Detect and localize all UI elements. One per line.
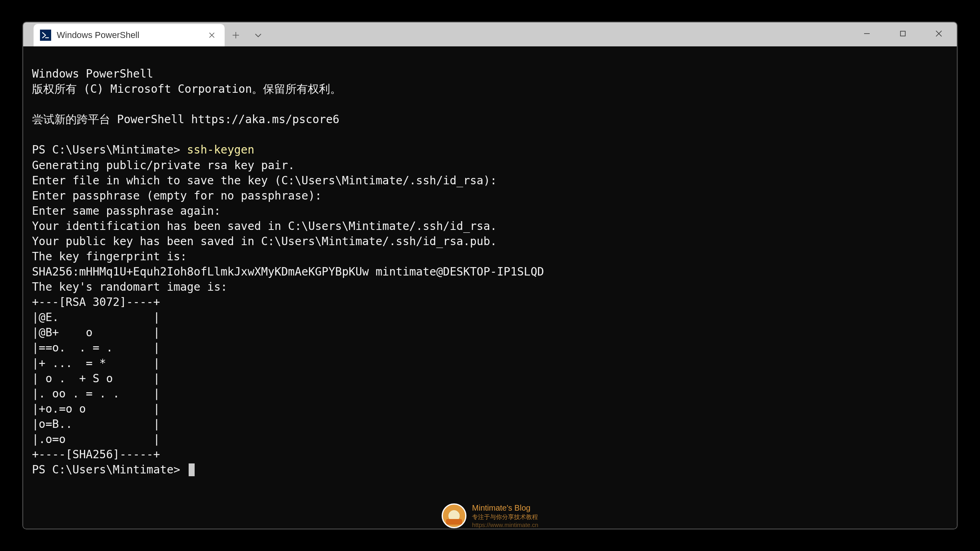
output-line: Enter passphrase (empty for no passphras… (32, 189, 322, 202)
watermark-subtitle: 专注于与你分享技术教程 (472, 513, 538, 521)
tab-dropdown-button[interactable] (247, 24, 269, 46)
watermark-text: Mintimate's Blog 专注于与你分享技术教程 https://www… (472, 503, 538, 529)
terminal-header-3: 尝试新的跨平台 PowerShell https://aka.ms/pscore… (32, 113, 339, 126)
maximize-button[interactable] (885, 22, 921, 45)
output-line: |@E. | (32, 311, 160, 324)
close-tab-icon[interactable] (205, 29, 218, 42)
new-tab-button[interactable] (225, 24, 247, 46)
tab-title: Windows PowerShell (57, 30, 205, 40)
cursor (189, 463, 195, 476)
watermark-avatar-icon (442, 503, 466, 528)
output-line: SHA256:mHHMq1U+Equh2Ioh8ofLlmkJxwXMyKDmA… (32, 265, 544, 278)
output-line: Your identification has been saved in C:… (32, 220, 497, 233)
output-line: |+ ... = * | (32, 357, 160, 370)
output-line: |. oo . = . . | (32, 387, 160, 400)
titlebar: Windows PowerShell (23, 22, 957, 46)
output-line: |==o. . = . | (32, 341, 160, 354)
terminal-content[interactable]: Windows PowerShell 版权所有 (C) Microsoft Co… (23, 46, 957, 529)
terminal-window: Windows PowerShell (22, 22, 958, 529)
output-line: +---[RSA 3072]----+ (32, 295, 160, 309)
output-line: |@B+ o | (32, 326, 160, 339)
prompt-command-1: ssh-keygen (187, 143, 255, 156)
watermark: Mintimate's Blog 专注于与你分享技术教程 https://www… (442, 503, 538, 529)
output-line: |+o.=o o | (32, 402, 160, 415)
output-line: |o=B.. | (32, 417, 160, 431)
output-line: Generating public/private rsa key pair. (32, 159, 295, 172)
tab-powershell[interactable]: Windows PowerShell (34, 24, 225, 46)
output-line: Enter same passphrase again: (32, 204, 221, 218)
close-window-button[interactable] (921, 22, 957, 45)
output-line: The key's randomart image is: (32, 280, 227, 293)
watermark-title: Mintimate's Blog (472, 503, 538, 513)
terminal-header-1: Windows PowerShell (32, 67, 153, 80)
output-line: +----[SHA256]-----+ (32, 448, 160, 461)
prompt-prefix-1: PS C:\Users\Mintimate> (32, 143, 187, 156)
output-line: Enter file in which to save the key (C:\… (32, 174, 497, 187)
window-controls (849, 22, 957, 45)
powershell-icon (40, 30, 51, 41)
output-line: |.o=o | (32, 433, 160, 446)
terminal-header-2: 版权所有 (C) Microsoft Corporation。保留所有权利。 (32, 82, 341, 96)
svg-rect-0 (900, 31, 905, 36)
prompt-prefix-2: PS C:\Users\Mintimate> (32, 463, 187, 476)
minimize-button[interactable] (849, 22, 885, 45)
output-line: The key fingerprint is: (32, 250, 187, 263)
output-line: | o . + S o | (32, 372, 160, 385)
output-line: Your public key has been saved in C:\Use… (32, 235, 497, 248)
watermark-url: https://www.mintimate.cn (472, 521, 538, 529)
